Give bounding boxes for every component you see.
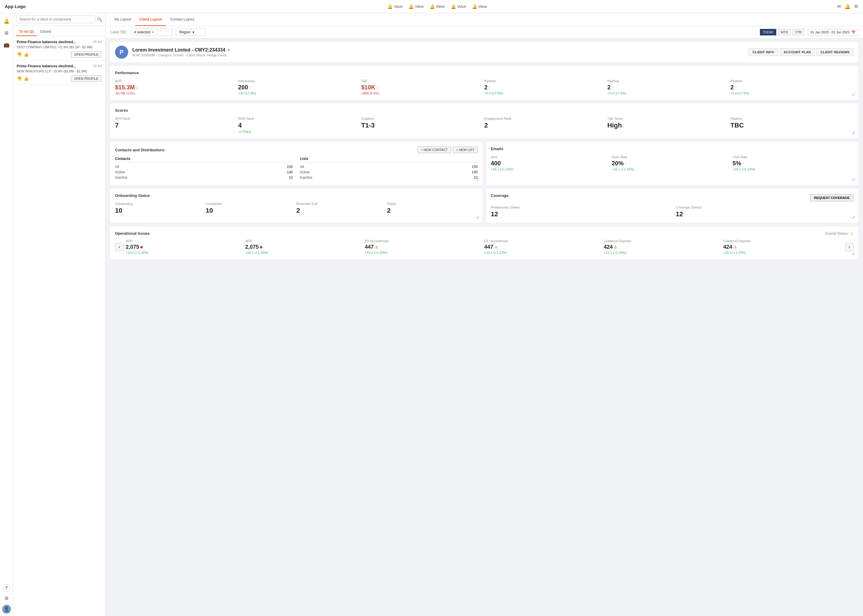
score-item: Coalition T1-3 <box>361 117 484 134</box>
contact-row: All150 <box>115 164 293 170</box>
thumbs-up-btn[interactable]: 👍 <box>24 76 28 81</box>
onboard-value: 2 <box>387 207 478 214</box>
metric-change: +3.4 (17.5%) <box>731 91 850 95</box>
op-expand-btn[interactable]: ⤢ <box>852 251 855 256</box>
left-tab-todo(2)[interactable]: To do (2) <box>16 28 37 36</box>
new-list-btn[interactable]: + NEW LIST <box>453 146 478 153</box>
contacts-expand-btn[interactable]: ⤢ <box>476 177 479 182</box>
score-value: TBC <box>731 121 850 129</box>
onboarding-title: Onboarding Status <box>115 193 478 198</box>
client-chevron-icon[interactable]: ▾ <box>228 48 230 52</box>
metric-change: -$1.9M (13%) <box>115 91 235 95</box>
left-sidebar-icons: 🔔 ⊞ 💼 ? ⚙ 👤 <box>0 13 13 616</box>
onboard-label: Completed <box>206 202 296 206</box>
client-action-btn-client-info[interactable]: CLIENT INFO <box>748 48 778 56</box>
alerts-list: Prime Finance balances declined... 19 Ju… <box>13 36 105 616</box>
emails-expand-btn[interactable]: ⤢ <box>852 177 855 182</box>
new-contact-btn[interactable]: + NEW CONTACT <box>417 146 451 153</box>
layout-tab-contactlayout[interactable]: Contact Layout <box>166 13 198 26</box>
email-metric-value: 400 ↑ <box>491 160 612 167</box>
metric-label: AFR <box>115 79 235 83</box>
calendar-icon: 📅 <box>851 30 855 34</box>
tabs-row: To do (2)Closed <box>13 26 105 36</box>
score-item: AFR Rank 7 <box>115 117 238 134</box>
region-select[interactable]: Region ▾ <box>176 28 206 36</box>
bell-nav-icon: 🔔 <box>387 4 392 9</box>
contacts-cols: ContactsAll150Active140Inactive10ListsAl… <box>115 157 478 180</box>
sidebar-icon-bell[interactable]: 🔔 <box>1 16 12 26</box>
op-prev-btn[interactable]: ‹ <box>115 243 123 251</box>
bell-nav-icon: 🔔 <box>430 4 435 9</box>
mail-icon[interactable]: ✉ <box>837 3 841 9</box>
onboard-value: 10 <box>206 207 296 214</box>
date-btn-mtd[interactable]: MTD <box>778 29 791 35</box>
score-value: 7 <box>115 121 235 129</box>
email-metric-change: +10.1 (+1.23%) <box>732 167 854 171</box>
score-label: Coalition <box>361 117 481 120</box>
bell-nav-icon: 🔔 <box>451 4 456 9</box>
settings-icon[interactable]: ⚙ <box>854 3 858 9</box>
thumbs-down-btn[interactable]: 👎 <box>17 52 22 57</box>
op-status-label: Overall Status: <box>825 231 849 236</box>
client-action-btn-account-plan[interactable]: ACCOUNT PLAN <box>780 48 815 56</box>
performance-expand-btn[interactable]: ⤢ <box>852 92 855 97</box>
op-item-change: +10.1 (+1.23%) <box>723 251 840 255</box>
thumbs-up-btn[interactable]: 👍 <box>24 52 28 57</box>
op-item: Collateral Disputes 424 ⚠ +10.1 (+1.23%) <box>604 239 723 255</box>
thumbs-down-btn[interactable]: 👎 <box>17 76 22 81</box>
email-metric-change: +10.1 (+1.23%) <box>491 167 612 171</box>
email-metric-value: 20% ↑ <box>612 160 733 167</box>
sidebar-icon-avatar[interactable]: 👤 <box>2 605 11 614</box>
alert-card: Prime Finance balances declined... 19 Ju… <box>13 36 105 60</box>
open-profile-btn[interactable]: OPEN PROFILE <box>71 51 102 58</box>
date-btn-today[interactable]: TODAY <box>760 29 776 35</box>
onboarding-expand-btn[interactable]: ⤢ <box>476 215 479 220</box>
contacts-col: ContactsAll150Active140Inactive10 <box>115 157 293 180</box>
contact-row: All150 <box>300 164 478 170</box>
coverage-value: 12 <box>676 210 854 218</box>
sidebar-icon-settings[interactable]: ⚙ <box>1 593 12 603</box>
request-coverage-btn[interactable]: REQUEST COVERAGE <box>810 194 854 201</box>
client-action-btn-client-reviews[interactable]: CLIENT REVIEWS <box>817 48 854 56</box>
cards-area: Performance AFR $15.3M ↓ -$1.9M (13%) In… <box>106 62 863 263</box>
performance-metric-item: T&E $10K ↓ +$99 (9.9%) <box>361 79 484 95</box>
nav-notif-item[interactable]: 🔔Value <box>472 4 487 9</box>
bell-nav-icon: 🔔 <box>472 4 477 9</box>
email-metric-item: Click Rate 5% ↑ +10.1 (+1.23%) <box>732 155 854 171</box>
nav-notif-item[interactable]: 🔔Value <box>430 4 445 9</box>
nav-notif-item[interactable]: 🔔Value <box>451 4 466 9</box>
filter-select-selected[interactable]: 4 selected ▾ <box>131 28 172 36</box>
search-button[interactable]: 🔍 <box>97 17 102 22</box>
coverage-header: Coverage REQUEST COVERAGE <box>491 193 854 202</box>
alert-desc: TEST COMPANY LIMITED, -22.9% ($3.1M - $2… <box>17 45 102 49</box>
layout-tab-mylayout[interactable]: My Layout <box>110 13 135 26</box>
bell-icon[interactable]: 🔔 <box>844 3 850 9</box>
coverage-metrics: Relationship (Sales) 12 Coverage (Direct… <box>491 206 854 218</box>
performance-metric-item: Pipeline 2 ↑ +3.4 (17.5%) <box>484 79 607 95</box>
error-icon <box>140 246 143 248</box>
score-item: T&E Score High <box>607 117 731 134</box>
nav-notif-item[interactable]: 🔔Value <box>409 4 424 9</box>
op-item: FX Unconfirmed 447 ⚠ +10.1 (+1.23%) <box>484 239 604 255</box>
coverage-label: Coverage (Direct) <box>676 206 854 209</box>
email-metric-item: Sent 400 ↑ +10.1 (+1.23%) <box>491 155 612 171</box>
open-profile-btn[interactable]: OPEN PROFILE <box>71 75 102 82</box>
date-range-input[interactable]: 01 Jan 2023 - 01 Jun 2023 📅 <box>808 29 858 36</box>
nav-notif-item[interactable]: 🔔Value <box>387 4 403 9</box>
scores-expand-btn[interactable]: ⤢ <box>852 130 855 135</box>
op-next-btn[interactable]: › <box>845 243 854 251</box>
search-input[interactable] <box>16 16 95 23</box>
sidebar-icon-grid[interactable]: ⊞ <box>1 27 12 38</box>
client-name-row: Lorem Investment Limted - CMY2:234334 ▾ <box>132 47 748 53</box>
top-right-icons: ✉ 🔔 ⚙ <box>837 3 858 9</box>
layout-tab-clientlayout[interactable]: Client Layout <box>135 13 166 26</box>
left-tab-closed[interactable]: Closed <box>37 28 54 36</box>
coverage-item: Relationship (Sales) 12 <box>491 206 669 218</box>
coverage-expand-btn[interactable]: ⤢ <box>852 215 855 220</box>
metric-change: +35 (17.5%) <box>238 91 357 95</box>
date-btn-ytd[interactable]: YTD <box>792 29 804 35</box>
sidebar-icon-briefcase[interactable]: 💼 <box>1 39 12 50</box>
score-value: 4 <box>238 121 357 129</box>
email-metric-label: Open Rate <box>612 155 733 159</box>
sidebar-icon-question[interactable]: ? <box>3 584 10 592</box>
